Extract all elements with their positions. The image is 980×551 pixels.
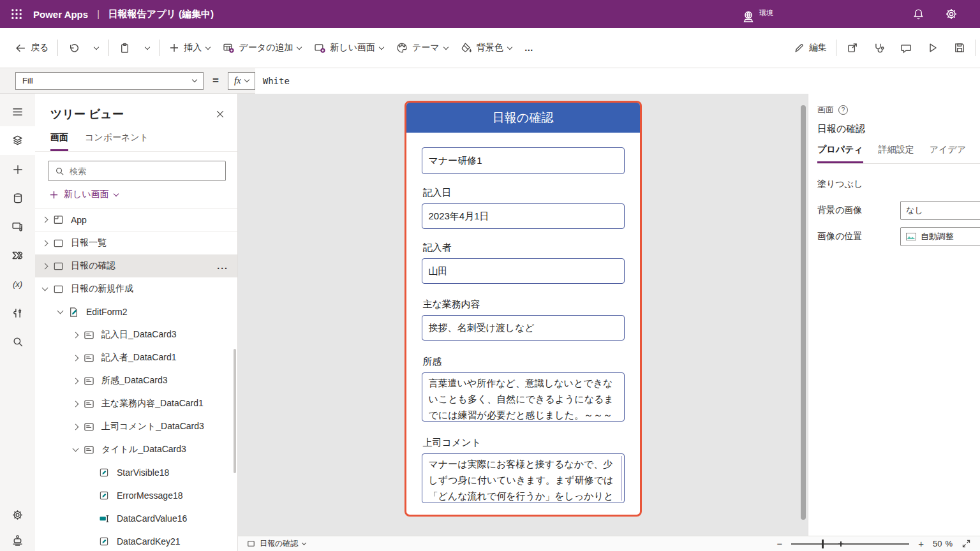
impressions-field[interactable]: 言葉遣いや所作など、意識しないとできないことも多く、自然にできるようになるまでに… [422, 372, 625, 422]
rail-settings-gear-icon[interactable] [0, 501, 35, 529]
collapse-menu-icon[interactable] [0, 98, 35, 126]
theme-button[interactable]: テーマ [390, 35, 454, 61]
media-icon[interactable] [0, 212, 35, 241]
tree-search-box[interactable] [48, 161, 226, 181]
chevron-right-icon[interactable] [73, 400, 79, 407]
formula-input[interactable]: White [255, 68, 980, 94]
tree-item-form[interactable]: EditForm2 [35, 300, 237, 323]
help-icon[interactable]: ? [838, 105, 848, 115]
canvas-scrollbar[interactable] [801, 105, 806, 520]
chevron-right-icon[interactable] [42, 217, 48, 223]
tree-item-control[interactable]: ErrorMessage18 [35, 484, 237, 507]
waffle-menu-icon[interactable] [0, 0, 33, 28]
tab-components[interactable]: コンポーネント [85, 128, 149, 151]
tree-item-datacard[interactable]: 主な業務内容_DataCard1 [35, 392, 237, 415]
bottom-bar: 日報の確認 − + 50% [238, 536, 980, 551]
notifications-bell-icon[interactable] [909, 4, 928, 24]
tree-scrollbar[interactable] [234, 349, 236, 473]
close-icon[interactable] [216, 110, 225, 119]
undo-button[interactable] [61, 35, 87, 61]
tree-item-screen-selected[interactable]: 日報の確認 ... [35, 254, 237, 277]
share-icon[interactable] [839, 35, 866, 61]
tree-item-datacard[interactable]: 所感_DataCard3 [35, 369, 237, 392]
add-data-button[interactable]: データの追加 [216, 35, 308, 61]
datacard-icon [84, 376, 96, 386]
image-position-dropdown[interactable]: 自動調整 [900, 227, 980, 246]
background-color-button[interactable]: 背景色 [454, 35, 518, 61]
tasks-field[interactable]: 挨拶、名刺受け渡しなど [422, 315, 625, 341]
tree-item-datacard[interactable]: 上司コメント_DataCard3 [35, 415, 237, 438]
chevron-down-icon[interactable] [57, 308, 64, 314]
zoom-in-button[interactable]: + [918, 539, 924, 548]
zoom-out-button[interactable]: − [776, 539, 782, 548]
data-sources-icon[interactable] [0, 184, 35, 212]
search-icon[interactable] [0, 327, 35, 356]
chevron-down-icon[interactable] [73, 446, 79, 452]
undo-dropdown[interactable] [87, 35, 106, 61]
tree-item-datacard[interactable]: 記入者_DataCard1 [35, 346, 237, 369]
preview-play-icon[interactable] [919, 35, 946, 61]
selected-screen-canvas[interactable]: 日報の確認 マナー研修1 記入日 2023年4月1日 記入者 山田 主な業務内容… [405, 101, 642, 517]
tree-item-app[interactable]: App [35, 209, 237, 231]
brand-name[interactable]: Power Apps [33, 9, 88, 20]
chevron-right-icon[interactable] [42, 240, 48, 246]
chevron-down-icon [192, 77, 197, 82]
screen-selector[interactable]: 日報の確認 [247, 538, 306, 549]
screen-icon [53, 238, 66, 248]
background-image-dropdown[interactable]: なし [900, 201, 980, 220]
settings-gear-icon[interactable] [942, 4, 961, 24]
insert-button[interactable]: 挿入 [163, 35, 216, 61]
paste-dropdown[interactable] [138, 35, 157, 61]
new-screen-button[interactable]: 新しい画面 [308, 35, 390, 61]
tab-advanced[interactable]: 詳細設定 [879, 142, 914, 163]
chevron-right-icon[interactable] [73, 332, 79, 338]
fit-to-window-icon[interactable] [961, 539, 971, 548]
chevron-right-icon[interactable] [73, 378, 79, 384]
title-field[interactable]: マナー研修1 [422, 147, 625, 174]
text-input-control-icon [99, 513, 112, 524]
chevron-down-icon[interactable] [42, 285, 48, 291]
environment-picker[interactable]: 環境 [741, 10, 773, 24]
power-automate-icon[interactable] [0, 241, 35, 270]
canvas-viewport[interactable]: 日報の確認 マナー研修1 記入日 2023年4月1日 記入者 山田 主な業務内容… [238, 94, 808, 536]
new-screen-link[interactable]: 新しい画面 [35, 181, 237, 209]
paste-button[interactable] [112, 35, 138, 61]
back-button[interactable]: 戻る [9, 35, 55, 61]
insert-plus-icon[interactable] [0, 155, 35, 184]
supervisor-comment-field[interactable]: マナーは実際にお客様と接するなかで、少しずつ身に付いていきます。まず研修では「ど… [422, 453, 625, 503]
chevron-right-icon[interactable] [73, 355, 79, 361]
zoom-slider-thumb[interactable] [822, 540, 824, 548]
tree-item-control[interactable]: DataCardValue16 [35, 507, 237, 530]
tree-view-title: ツリー ビュー [50, 107, 124, 122]
item-overflow-menu[interactable]: ... [217, 261, 228, 271]
divider [108, 40, 109, 56]
tab-ideas[interactable]: アイデア [930, 142, 966, 163]
tree-item-control[interactable]: StarVisible18 [35, 461, 237, 484]
author-field[interactable]: 山田 [422, 258, 625, 284]
tree-item-datacard[interactable]: 記入日_DataCard3 [35, 323, 237, 346]
chevron-right-icon[interactable] [42, 263, 48, 269]
variables-icon[interactable]: (x) [0, 270, 35, 298]
zoom-slider[interactable] [791, 540, 909, 548]
property-label-background-image: 背景の画像 [817, 205, 900, 216]
advanced-tools-icon[interactable] [0, 298, 35, 327]
property-selector[interactable]: Fill [15, 72, 204, 90]
toolbar-overflow-button[interactable]: … [518, 35, 540, 61]
tree-item-screen[interactable]: 日報一覧 [35, 231, 237, 254]
save-icon[interactable] [946, 35, 973, 61]
tree-view-icon[interactable] [0, 126, 35, 155]
comments-icon[interactable] [893, 35, 919, 61]
edit-button[interactable]: 編集 [787, 35, 833, 61]
app-checker-stethoscope-icon[interactable] [866, 35, 893, 61]
virtual-agent-icon[interactable] [0, 529, 35, 551]
search-input[interactable] [70, 166, 219, 176]
tree-item-datacard[interactable]: タイトル_DataCard3 [35, 438, 237, 461]
tab-screens[interactable]: 画面 [50, 128, 68, 151]
tab-properties[interactable]: プロパティ [817, 142, 863, 163]
tree-item-screen[interactable]: 日報の新規作成 [35, 277, 237, 300]
chevron-right-icon[interactable] [73, 423, 79, 430]
divider [160, 40, 160, 56]
tree-item-control[interactable]: DataCardKey21 [35, 530, 237, 551]
fx-button[interactable]: fx [228, 72, 255, 90]
date-field[interactable]: 2023年4月1日 [422, 203, 625, 229]
